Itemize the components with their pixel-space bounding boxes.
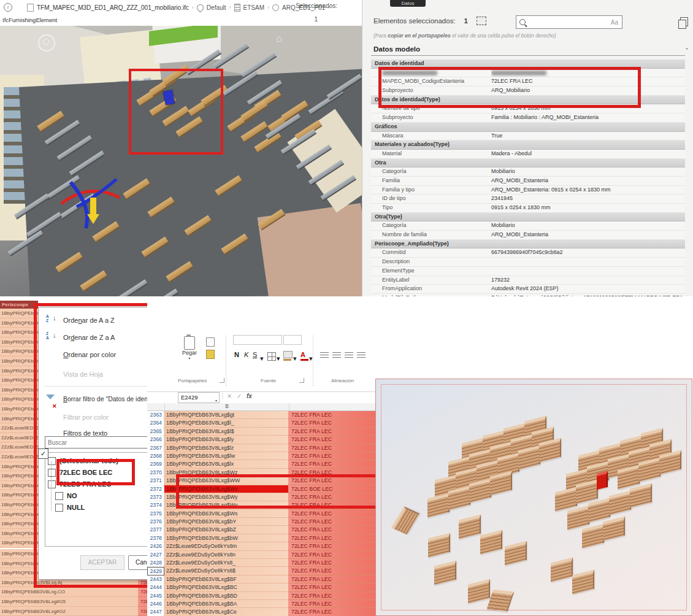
table-row[interactable]: 24441BbyPRIQPEbB63V8Lxg$BC72LEC FRA LEC	[147, 583, 375, 591]
row-number[interactable]: 2363	[147, 411, 164, 419]
property-row[interactable]: ID de tipo2341945	[371, 194, 685, 204]
dialog-launcher-icon[interactable]	[299, 378, 304, 383]
value-cell[interactable]: 72LEC FRA LEC	[288, 436, 375, 444]
value-cell[interactable]: 72LEC FRA LEC	[288, 419, 375, 427]
property-row[interactable]: FamiliaARQ_MOBI_Estanteria	[371, 177, 685, 186]
property-row[interactable]: CategoríaMobiliario	[371, 221, 685, 231]
value-cell[interactable]: 72LEC FRA LEC	[288, 452, 375, 460]
row-number[interactable]: 2378	[147, 534, 164, 542]
property-section-header[interactable]: Materiales y acabados(Type)	[371, 141, 685, 150]
id-cell[interactable]: 2Zz$Leuw9EDu5yOe8kYs8m	[164, 542, 288, 550]
property-row[interactable]: FromApplicationAutodesk Revit 2024 (ESP)	[371, 285, 685, 294]
value-cell[interactable]: 72LEC FRA LEC	[288, 608, 375, 616]
row-number[interactable]: 2369	[147, 460, 164, 468]
dialog-launcher-icon[interactable]	[220, 378, 224, 383]
underline-button[interactable]: S	[253, 351, 257, 358]
indent-icon[interactable]	[357, 352, 366, 358]
id-cell[interactable]: 2Zz$Leuw9EDu5yOe8kYs8_	[164, 559, 288, 567]
copy-icon[interactable]	[680, 17, 688, 26]
row-number[interactable]: 2446	[147, 600, 164, 608]
value-cell[interactable]: 72LEC FRA LEC	[288, 460, 375, 468]
property-row[interactable]: EntityLabel179232	[371, 276, 685, 285]
align-top-icon[interactable]	[320, 352, 329, 358]
selection-rect-icon[interactable]	[477, 17, 486, 25]
value-cell[interactable]: 72LEC FRA LEC	[288, 444, 375, 452]
id-cell[interactable]: 1BbyPRIQPEbB63V8Lxg$BD	[164, 592, 288, 600]
row-number[interactable]: 2365	[147, 428, 164, 436]
value-cell[interactable]: 72LEC FRA LEC	[288, 526, 375, 534]
collapse-button[interactable]: -	[686, 44, 688, 53]
id-cell[interactable]: 1BbyPRIQPEbB63V8Lxg$bW	[164, 534, 288, 542]
id-cell[interactable]: 1BbyPRIQPEbB63V8Lxg$Ce	[164, 608, 288, 616]
enter-entry-icon[interactable]: ✓	[237, 393, 242, 399]
property-row[interactable]: MáscaraTrue	[371, 132, 685, 141]
id-cell[interactable]: 1BbyPRIQPEbB63V8Lxg$BF	[164, 576, 288, 583]
value-cell[interactable]: 72LEC FRA LEC	[288, 428, 375, 436]
breadcrumb-site[interactable]: ETSAM	[243, 4, 264, 11]
formula-input[interactable]	[258, 393, 373, 402]
property-row[interactable]: Tipo0915 x 0254 x 1830 mm	[371, 204, 685, 213]
row-number[interactable]: 2428	[147, 559, 164, 567]
row-number[interactable]: 2377	[147, 526, 164, 534]
value-cell[interactable]: 72LEC FRA LEC	[288, 551, 375, 559]
id-cell[interactable]: 1BbyPRIQPEbB63V8Lxg$BC	[164, 583, 288, 591]
property-section-header[interactable]: Otra	[371, 159, 685, 168]
id-cell[interactable]: 1BbyPRIQPEbB63V8Lxg$BA	[164, 600, 288, 608]
table-row[interactable]: 24262Zz$Leuw9EDu5yOe8kYs8m72LEC FRA LEC	[147, 542, 375, 550]
viewer-3d-scene[interactable]: ⌂	[0, 26, 362, 296]
property-row[interactable]: CommitId667943986940f7045c9cb8a2	[371, 248, 685, 258]
table-row[interactable]: 23781BbyPRIQPEbB63V8Lxg$bW72LEC FRA LEC	[147, 534, 375, 542]
id-cell[interactable]: 1BbyPRIQPEbB63V8Lxg$ly	[164, 436, 288, 444]
paste-button[interactable]: Pegar▾	[178, 335, 201, 373]
property-section-header[interactable]: Gráficos	[371, 123, 685, 132]
property-row[interactable]: ModelFilePathP:\Uploads\Entregas\00C0\Bi…	[371, 294, 685, 296]
id-cell[interactable]: 1BbyPRIQPEbB63V8Lxg$lx	[164, 460, 288, 468]
bold-button[interactable]: N	[234, 351, 239, 358]
table-row[interactable]: 23631BbyPRIQPEbB63V8Lxg$gt72LEC FRA LEC	[147, 411, 375, 419]
column-headers[interactable]: B	[147, 403, 375, 411]
value-cell[interactable]: 72LEC FRA LEC	[288, 583, 375, 591]
name-box[interactable]: E2429▾	[178, 392, 220, 403]
row-number[interactable]: 2374	[147, 501, 164, 509]
copy-icon[interactable]	[206, 337, 215, 347]
fill-color-icon[interactable]	[283, 351, 293, 358]
fill-dropdown[interactable]: ▾	[293, 355, 297, 363]
font-color-dropdown[interactable]: ▾	[309, 355, 313, 363]
font-color-button[interactable]: A	[301, 351, 305, 358]
home-view-icon[interactable]: ⌂	[276, 33, 282, 44]
table-row[interactable]: 24451BbyPRIQPEbB63V8Lxg$BD72LEC FRA LEC	[147, 592, 375, 600]
property-section-header[interactable]: Otra(Type)	[371, 213, 685, 222]
underline-dropdown[interactable]: ▾	[260, 355, 264, 363]
property-row[interactable]: Description	[371, 258, 685, 267]
property-row[interactable]: CategoríaMobiliario	[371, 167, 685, 177]
table-row[interactable]: 24292Zz$Leuw9EDu5yOe8kYs8$72LEC FRA LEC	[147, 567, 375, 575]
value-cell[interactable]: 72LEC FRA LEC	[288, 411, 375, 419]
id-cell[interactable]: 1BbyPRIQPEbB63V8Lxg$gt	[164, 411, 288, 419]
row-number[interactable]: 2427	[147, 551, 164, 559]
value-cell[interactable]: 72LEC FRA LEC	[288, 534, 375, 542]
row-number[interactable]: 2366	[147, 436, 164, 444]
table-row[interactable]: 24461BbyPRIQPEbB63V8Lxg$BA72LEC FRA LEC	[147, 600, 375, 608]
table-row[interactable]: 24272Zz$Leuw9EDu5yOe8kYs8n72LEC FRA LEC	[147, 551, 375, 559]
value-cell[interactable]: 72LEC FRA LEC	[288, 576, 375, 583]
property-row[interactable]: MaterialMadera - Abedul	[371, 150, 685, 159]
match-case-toggle[interactable]: Aa	[611, 19, 618, 26]
property-section-header[interactable]: Periscoope_Ampliado(Type)	[371, 240, 685, 249]
info-icon[interactable]: i	[4, 3, 12, 12]
property-row[interactable]: ElementType	[371, 267, 685, 276]
avatar[interactable]	[38, 34, 55, 52]
row-number[interactable]: 2375	[147, 510, 164, 518]
table-row[interactable]: 23681BbyPRIQPEbB63V8Lxg$lw72LEC FRA LEC	[147, 452, 375, 460]
id-cell[interactable]: 2Zz$Leuw9EDu5yOe8kYs8$	[164, 567, 288, 575]
row-number[interactable]: 2371	[147, 477, 164, 485]
align-bottom-icon[interactable]	[345, 352, 353, 358]
format-painter-icon[interactable]	[206, 350, 215, 359]
row-number[interactable]: 2368	[147, 452, 164, 460]
font-name-box[interactable]	[233, 335, 282, 345]
property-row[interactable]: Familia y tipoARQ_MOBI_Estanteria: 0915 …	[371, 186, 685, 195]
borders-icon[interactable]	[267, 352, 276, 361]
row-number[interactable]: 2373	[147, 493, 164, 501]
breadcrumb-context[interactable]: Default	[207, 4, 226, 11]
id-cell[interactable]: 1BbyPRIQPEbB63V8Lxg$Ws	[164, 510, 288, 518]
breadcrumb-file[interactable]: TFM_MAPEC_M3D_ED1_ARQ_ZZZ_001_mobiliario…	[37, 4, 189, 11]
